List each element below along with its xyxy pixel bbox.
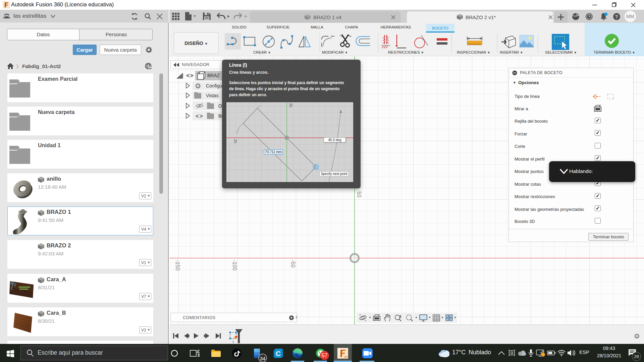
svg-text:360: 360 — [344, 356, 348, 358]
svg-text:C: C — [276, 350, 281, 357]
svg-text:?: ? — [615, 14, 618, 19]
